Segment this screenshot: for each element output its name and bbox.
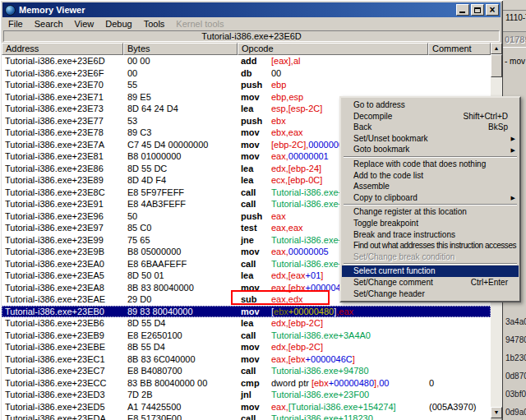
row-operands: [ebx+00000480],eax (271, 306, 353, 317)
menu-item-find-out-what-addresses-this-instruction-accesses[interactable]: Find out what addresses this instruction… (342, 240, 519, 252)
app-icon (5, 5, 16, 16)
disasm-row[interactable]: Tutorial-i386.exe+23E7055pushebp (2, 79, 491, 91)
row-address: Tutorial-i386.exe+23EAE (5, 293, 105, 305)
disasm-row[interactable]: Tutorial-i386.exe+23EBE8B 55 D4movedx,[e… (2, 341, 491, 353)
disasm-row[interactable]: Tutorial-i386.exe+23E6F00db00 (2, 67, 491, 80)
column-header-opcode: Opcode (238, 43, 428, 55)
row-mnemonic: mov (241, 401, 260, 413)
row-address: Tutorial-i386.exe+23E6F (5, 67, 104, 79)
row-mnemonic: test (241, 222, 257, 233)
background-hex-value: 0d9a0 (505, 408, 526, 417)
menubar-item-tools[interactable]: Tools (138, 18, 171, 30)
menu-shortcut: Ctrl+Enter (471, 277, 508, 288)
background-hex-value: 0d870 (505, 372, 526, 381)
row-address: Tutorial-i386.exe+23EC7 (5, 365, 105, 376)
row-mnemonic: call (241, 198, 256, 210)
minimize-button[interactable] (456, 4, 469, 16)
row-mnemonic: mov (241, 306, 260, 317)
disasm-row[interactable]: Tutorial-i386.exe+23EC18B 83 6C040000mov… (2, 353, 491, 366)
row-mnemonic: mov (241, 91, 260, 103)
disasm-row[interactable]: Tutorial-i386.exe+23EDAE8 51730F00callTu… (2, 413, 491, 420)
disasm-row[interactable]: Tutorial-i386.exe+23ECC83 BB 80040000 00… (2, 377, 491, 390)
row-bytes: 8D 4D F4 (127, 174, 166, 186)
submenu-arrow-icon: ▶ (511, 133, 515, 144)
background-window-address-text: 01789 (505, 35, 526, 44)
menu-item-replace-with-code-that-does-nothing[interactable]: Replace with code that does nothing (342, 159, 519, 170)
disasm-row[interactable]: Tutorial-i386.exe+23E6D00 00add[eax],al (2, 55, 491, 67)
row-mnemonic: mov (241, 150, 260, 162)
row-mnemonic: lea (241, 317, 253, 329)
row-address: Tutorial-i386.exe+23EA8 (5, 282, 104, 293)
row-bytes: 8B 55 D4 (127, 341, 165, 353)
menu-item-toggle-breakpoint[interactable]: Toggle breakpoint (342, 218, 519, 229)
row-mnemonic: call (241, 413, 256, 420)
menu-item-assemble[interactable]: Assemble (342, 181, 519, 192)
row-bytes: E8 4AB3FEFF (127, 198, 186, 210)
row-address: Tutorial-i386.exe+23EC1 (5, 353, 105, 365)
menu-item-go-to-address[interactable]: Go to address (342, 99, 519, 111)
maximize-button[interactable] (471, 4, 484, 16)
row-address: Tutorial-i386.exe+23E6D (5, 55, 105, 67)
disasm-row[interactable]: Tutorial-i386.exe+23EB68D 55 D4leaedx,[e… (2, 317, 491, 330)
disasm-row[interactable]: Tutorial-i386.exe+23ED5A1 74425500moveax… (2, 401, 491, 413)
row-address: Tutorial-i386.exe+23EDA (5, 413, 106, 420)
row-address: Tutorial-i386.exe+23EBE (5, 341, 105, 353)
row-mnemonic: lea (241, 163, 253, 174)
submenu-arrow-icon: ▶ (511, 192, 515, 203)
menubar-item-search[interactable]: Search (29, 18, 69, 30)
row-mnemonic: call (241, 365, 256, 376)
menu-item-copy-to-clipboard[interactable]: Copy to clipboard▶ (342, 192, 519, 204)
menu-item-select-current-function[interactable]: Select current function (342, 265, 519, 277)
menu-item-set-change-header[interactable]: Set/Change header (342, 288, 519, 300)
disasm-row[interactable]: Tutorial-i386.exe+23EC7E8 B4080700callTu… (2, 365, 491, 377)
row-bytes: 83 BB 80040000 00 (127, 377, 207, 389)
menu-item-change-register-at-this-location[interactable]: Change register at this location (342, 206, 519, 218)
disasm-row[interactable]: Tutorial-i386.exe+23EB9E8 E2650100callTu… (2, 330, 491, 342)
row-bytes: E8 5F97FEFF (127, 187, 184, 198)
menu-item-goto-bookmark[interactable]: Goto bookmark▶ (342, 144, 519, 155)
row-address: Tutorial-i386.exe+23EB0 (5, 306, 104, 317)
row-mnemonic: push (241, 79, 262, 90)
row-address: Tutorial-i386.exe+23E77 (5, 115, 104, 127)
row-address: Tutorial-i386.exe+23ECC (5, 377, 106, 389)
row-mnemonic: push (241, 115, 262, 127)
row-bytes: A1 74425500 (127, 401, 181, 413)
row-operands: ebx (271, 115, 286, 127)
menubar-item-debug[interactable]: Debug (99, 18, 137, 30)
row-operands: edx,[ebp-2C] (271, 341, 323, 353)
row-bytes: 7D 2B (127, 389, 153, 400)
submenu-arrow-icon: ▶ (511, 145, 515, 155)
row-operands: ebx,eax (271, 127, 303, 138)
background-hex-value: 3a4a0 (505, 317, 526, 326)
row-address: Tutorial-i386.exe+23E8C (5, 187, 105, 198)
row-address: Tutorial-i386.exe+23E73 (5, 103, 104, 114)
row-mnemonic: jnl (241, 389, 251, 400)
disasm-row[interactable]: Tutorial-i386.exe+23EB089 83 80040000mov… (2, 306, 491, 318)
maximize-icon (474, 7, 481, 13)
row-operands: ebp (271, 79, 286, 90)
menu-item-add-to-the-code-list[interactable]: Add to the code list (342, 170, 519, 182)
window-title: Memory Viewer (19, 5, 456, 15)
menu-bar: FileSearchViewDebugToolsKernel tools (2, 18, 501, 30)
disasm-row[interactable]: Tutorial-i386.exe+23ED37D 2BjnlTutorial-… (2, 389, 491, 401)
menu-item-back[interactable]: BackBkSp (342, 122, 519, 133)
scroll-up-button[interactable]: ▲ (491, 43, 502, 54)
function-header: Tutorial-i386.exe+23E6D (3, 30, 500, 42)
menu-item-decompile[interactable]: DecompileShift+Ctrl+D (342, 111, 519, 122)
row-bytes: 55 (127, 79, 137, 90)
row-address: Tutorial-i386.exe+23E97 (5, 222, 104, 233)
row-address: Tutorial-i386.exe+23ED5 (5, 401, 105, 413)
scrollbar-thumb[interactable] (491, 54, 502, 77)
close-button[interactable]: × (486, 4, 499, 16)
menu-item-break-and-trace-instructions[interactable]: Break and trace instructions (342, 229, 519, 241)
menubar-item-view[interactable]: View (69, 18, 100, 30)
menubar-item-file[interactable]: File (2, 18, 29, 30)
row-mnemonic: mov (241, 127, 260, 138)
scroll-down-button[interactable]: ▼ (491, 407, 502, 418)
menu-item-set-change-comment[interactable]: Set/Change commentCtrl+Enter (342, 277, 519, 288)
row-bytes: 89 C3 (127, 127, 151, 138)
menu-item-set-unset-bookmark[interactable]: Set/Unset bookmark▶ (342, 133, 519, 145)
row-operands: ecx,[ebp-0C] (271, 174, 322, 186)
row-mnemonic: mov (241, 341, 260, 353)
row-address: Tutorial-i386.exe+23E78 (5, 127, 104, 138)
